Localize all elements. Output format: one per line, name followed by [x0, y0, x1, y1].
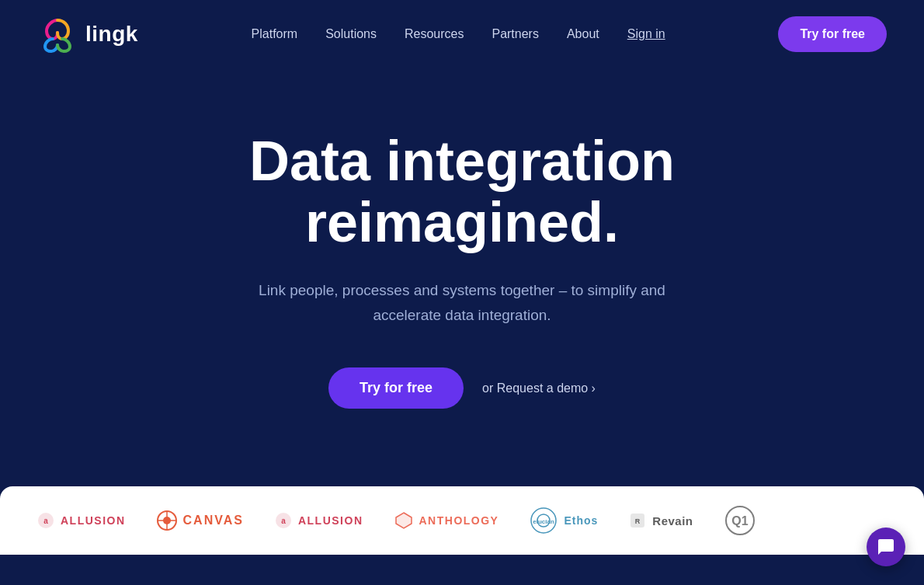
allusion-2-icon: a — [275, 512, 292, 529]
brand-canvas-text: CANVAS — [183, 514, 244, 528]
chat-widget[interactable] — [867, 528, 905, 566]
nav-solutions[interactable]: Solutions — [325, 27, 377, 40]
ethos-icon: elucian — [530, 507, 558, 535]
brand-revain: R Revain — [629, 512, 693, 529]
hero-actions: Try for free or Request a demo › — [328, 367, 596, 409]
svg-text:R: R — [635, 517, 641, 525]
revain-icon: R — [629, 512, 646, 529]
svg-text:a: a — [43, 517, 48, 525]
brands-bar: a allusion CANVAS a allusion — [0, 486, 924, 555]
brand-anthology: anthology — [394, 511, 499, 530]
lingk-logo-icon — [37, 14, 78, 54]
allusion-icon: a — [37, 512, 54, 529]
brand-allusion-1-text: allusion — [61, 514, 126, 527]
brand-revain-text: Revain — [652, 514, 693, 528]
hero-section: Data integration reimagined. Link people… — [0, 68, 924, 486]
nav-signin[interactable]: Sign in — [627, 27, 665, 40]
nav-platform[interactable]: Platform — [252, 27, 298, 40]
hero-title: Data integration reimagined. — [249, 131, 675, 253]
nav-partners[interactable]: Partners — [492, 27, 538, 40]
brand-ethos: elucian Ethos — [530, 507, 598, 535]
hero-subtitle: Link people, processes and systems toget… — [237, 278, 687, 327]
brand-anthology-text: anthology — [419, 514, 499, 527]
q1-icon: Q1 — [724, 505, 756, 536]
navbar: lingk Platform Solutions Resources Partn… — [0, 0, 924, 68]
logo-link[interactable]: lingk — [37, 14, 138, 54]
brand-q1: Q1 — [724, 505, 756, 536]
anthology-icon — [394, 511, 413, 530]
svg-text:elucian: elucian — [533, 518, 555, 525]
nav-links: Platform Solutions Resources Partners Ab… — [252, 27, 665, 41]
svg-text:Q1: Q1 — [731, 514, 748, 528]
nav-try-free-button[interactable]: Try for free — [778, 16, 887, 52]
logo-text: lingk — [85, 22, 138, 47]
nav-resources[interactable]: Resources — [405, 27, 464, 40]
svg-text:a: a — [281, 517, 286, 525]
hero-demo-link[interactable]: or Request a demo › — [482, 381, 596, 395]
brand-allusion-2: a allusion — [275, 512, 363, 529]
nav-about[interactable]: About — [567, 27, 599, 40]
svg-marker-8 — [396, 513, 412, 528]
canvas-icon — [157, 510, 177, 531]
brand-allusion-2-text: allusion — [298, 514, 363, 527]
hero-try-free-button[interactable]: Try for free — [328, 367, 464, 409]
chat-icon — [877, 538, 895, 556]
brand-canvas: CANVAS — [157, 510, 244, 531]
brand-ethos-text: Ethos — [564, 514, 598, 527]
brand-allusion-1: a allusion — [37, 512, 126, 529]
